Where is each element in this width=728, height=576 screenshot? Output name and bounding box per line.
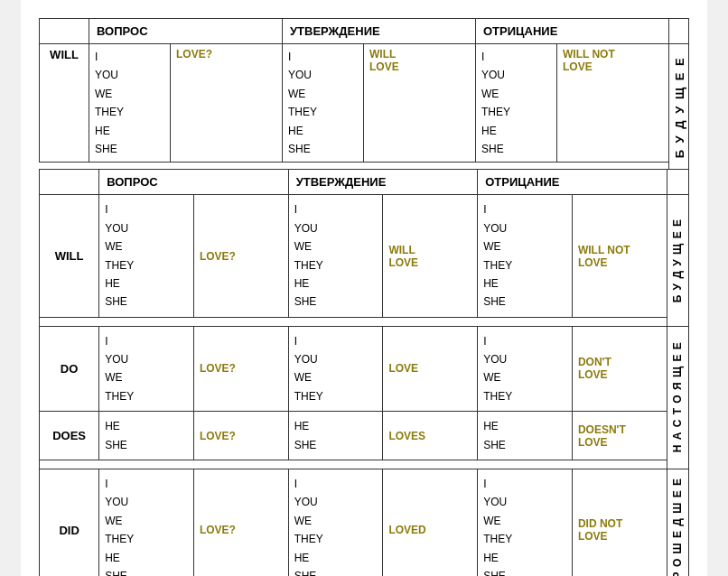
spacer-future: [40, 317, 689, 326]
row-did: DID IYOUWETHEYHESHE LOVE? IYOUWETHEYHESH…: [40, 469, 689, 576]
did-vopros-aux: LOVE?: [193, 469, 288, 576]
will-label: WILL: [40, 195, 99, 317]
page-container: ВОПРОС УТВЕРЖДЕНИЕ ОТРИЦАНИЕ WILL IYOUWE…: [21, 0, 707, 576]
future-side-label: Б У Д У Щ Е Е: [667, 195, 688, 326]
past-side-label: П Р О Ш Е Д Ш Е Е: [667, 469, 688, 576]
did-utverzh-aux: LOVED: [383, 469, 478, 576]
utverzh-pronouns-will: IYOUWETHEYHESHE: [283, 44, 364, 163]
col-header-utverzh: УТВЕРЖДЕНИЕ: [288, 170, 478, 195]
do-vopros-pronouns: IYOUWETHEY: [99, 326, 194, 412]
side-label-future: Б У Д У Щ Е Е: [669, 44, 689, 170]
col-header-row: ВОПРОС УТВЕРЖДЕНИЕ ОТРИЦАНИЕ: [40, 170, 689, 195]
will-vopros-pronouns: IYOUWETHEYHESHE: [99, 195, 194, 317]
does-label: DOES: [40, 412, 99, 460]
did-vopros-pronouns: IYOUWETHEYHESHE: [99, 469, 194, 576]
header-vopros: ВОПРОС: [89, 19, 283, 44]
grammar-table: ВОПРОС УТВЕРЖДЕНИЕ ОТРИЦАНИЕ WILL IYOUWE…: [39, 18, 689, 170]
row-do: DO IYOUWETHEY LOVE? IYOUWETHEY LOVE IYOU…: [40, 326, 689, 412]
col-header-vopros: ВОПРОС: [99, 170, 289, 195]
row-will: WILL IYOUWETHEYHESHE LOVE? IYOUWETHEYHES…: [40, 195, 689, 317]
do-vopros-aux: LOVE?: [193, 326, 288, 412]
header-side: [669, 19, 689, 44]
otrits-aux-will: WILL NOTLOVE: [557, 44, 669, 163]
otrits-pronouns-will: IYOUWETHEYHESHE: [476, 44, 557, 163]
did-utverzh-pronouns: IYOUWETHEYHESHE: [288, 469, 383, 576]
does-vopros-aux: LOVE?: [193, 412, 288, 460]
will-otrits-aux: WILL NOTLOVE: [572, 195, 667, 317]
will-utverzh-pronouns: IYOUWETHEYHESHE: [288, 195, 383, 317]
col-header-otrits: ОТРИЦАНИЕ: [478, 170, 667, 195]
spacer-present: [40, 460, 689, 469]
row-does: DOES HESHE LOVE? HESHE LOVES HESHE DOESN…: [40, 412, 689, 460]
do-label: DO: [40, 326, 99, 412]
did-label: DID: [40, 469, 99, 576]
utverzh-aux-will: WILLLOVE: [364, 44, 476, 163]
will-otrits-pronouns: IYOUWETHEYHESHE: [478, 195, 573, 317]
does-utverzh-aux: LOVES: [383, 412, 478, 460]
do-utverzh-aux: LOVE: [383, 326, 478, 412]
header-tense: [40, 19, 89, 44]
will-vopros-aux: LOVE?: [193, 195, 288, 317]
vopros-pronouns-will: IYOUWETHEYHESHE: [89, 44, 171, 163]
do-utverzh-pronouns: IYOUWETHEY: [288, 326, 383, 412]
table-row-will: WILL IYOUWETHEYHESHE LOVE? IYOUWETHEYHES…: [40, 44, 689, 163]
grammar-table-main: ВОПРОС УТВЕРЖДЕНИЕ ОТРИЦАНИЕ WILL IYOUWE…: [39, 169, 689, 576]
do-otrits-pronouns: IYOUWETHEY: [478, 326, 573, 412]
did-otrits-aux: DID NOTLOVE: [572, 469, 667, 576]
vopros-aux-will: LOVE?: [171, 44, 283, 163]
tense-label-will: WILL: [40, 44, 89, 163]
does-otrits-aux: DOESN'TLOVE: [572, 412, 667, 460]
header-otrits: ОТРИЦАНИЕ: [476, 19, 669, 44]
does-utverzh-pronouns: HESHE: [288, 412, 383, 460]
header-utverzh: УТВЕРЖДЕНИЕ: [283, 19, 476, 44]
table-header-row: ВОПРОС УТВЕРЖДЕНИЕ ОТРИЦАНИЕ: [40, 19, 689, 44]
does-otrits-pronouns: HESHE: [478, 412, 573, 460]
does-vopros-pronouns: HESHE: [99, 412, 194, 460]
do-otrits-aux: DON'TLOVE: [572, 326, 667, 412]
will-utverzh-aux: WILLLOVE: [383, 195, 478, 317]
did-otrits-pronouns: IYOUWETHEYHESHE: [478, 469, 573, 576]
present-side-label: Н А С Т О Я Щ Е Е: [667, 326, 688, 469]
